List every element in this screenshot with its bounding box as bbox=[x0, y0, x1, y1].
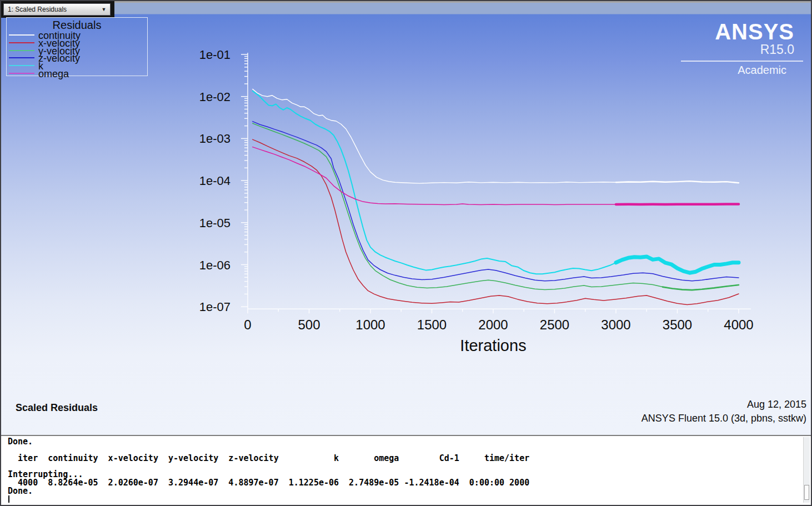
console-scrollbar[interactable] bbox=[803, 437, 810, 503]
y-tick-label: 1e-07 bbox=[199, 300, 230, 314]
x-tick-label: 3000 bbox=[601, 317, 630, 332]
x-tick-label: 1000 bbox=[355, 317, 385, 332]
logo-divider bbox=[681, 61, 803, 62]
series-z-velocity-line bbox=[253, 122, 739, 281]
axes bbox=[241, 53, 751, 313]
y-tick-label: 1e-06 bbox=[199, 258, 230, 272]
series-continuity-line bbox=[253, 89, 739, 183]
series-y-velocity-noise-band bbox=[663, 285, 739, 290]
plot-caption: Scaled Residuals bbox=[16, 402, 98, 414]
x-tick-label: 0 bbox=[244, 317, 251, 332]
x-tick-label: 500 bbox=[298, 317, 320, 332]
series-x-velocity-line bbox=[253, 139, 739, 304]
ansys-release-text: R15.0 bbox=[670, 42, 794, 57]
fluent-console[interactable]: Done. iter continuity x-velocity y-veloc… bbox=[1, 435, 811, 505]
ansys-edition-text: Academic bbox=[670, 64, 786, 76]
ansys-brand-text: ANSYS bbox=[670, 21, 794, 42]
console-text-cursor bbox=[8, 495, 9, 503]
solver-info: ANSYS Fluent 15.0 (3d, pbns, sstkw) bbox=[641, 412, 806, 425]
fluent-graphics-window: 1: Scaled Residuals ▼ Residuals continui… bbox=[0, 0, 812, 506]
series-y-velocity-line bbox=[253, 123, 739, 290]
x-tick-label: 1500 bbox=[417, 317, 447, 332]
x-tick-label: 2000 bbox=[478, 317, 508, 332]
series-k-noise-band bbox=[616, 257, 739, 273]
y-tick-label: 1e-05 bbox=[199, 216, 230, 230]
series-continuity-noise-band bbox=[616, 181, 739, 183]
y-tick-label: 1e-03 bbox=[199, 132, 230, 146]
x-axis-title: Iterations bbox=[460, 337, 526, 354]
plot-canvas: 1: Scaled Residuals ▼ Residuals continui… bbox=[1, 1, 811, 435]
y-tick-label: 1e-04 bbox=[199, 174, 230, 188]
ansys-logo: ANSYS R15.0 Academic bbox=[670, 21, 803, 76]
x-tick-label: 2500 bbox=[540, 317, 569, 332]
plot-date: Aug 12, 2015 bbox=[641, 398, 806, 412]
x-tick-label: 4000 bbox=[724, 317, 753, 332]
x-tick-label: 3500 bbox=[663, 317, 692, 332]
y-tick-label: 1e-01 bbox=[199, 48, 230, 62]
plot-stamp: Aug 12, 2015 ANSYS Fluent 15.0 (3d, pbns… bbox=[641, 398, 806, 425]
y-tick-label: 1e-02 bbox=[199, 90, 230, 104]
console-scrollbar-thumb[interactable] bbox=[804, 485, 809, 500]
x-axis-tick-labels: 05001000150020002500300035004000 bbox=[244, 317, 753, 332]
console-output[interactable]: Done. iter continuity x-velocity y-veloc… bbox=[8, 438, 529, 495]
y-axis-tick-labels: 1e-011e-021e-031e-041e-051e-061e-07 bbox=[199, 48, 230, 314]
